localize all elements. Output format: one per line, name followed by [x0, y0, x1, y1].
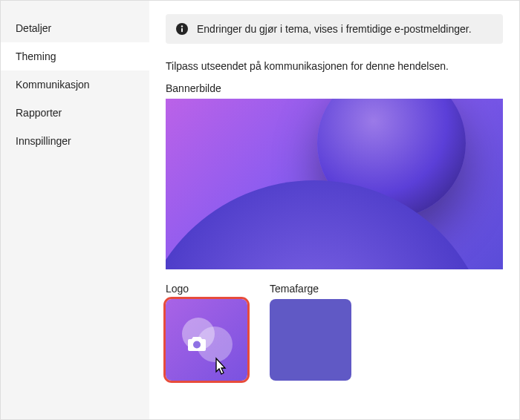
info-text: Endringer du gjør i tema, vises i fremti…: [197, 23, 472, 35]
logo-bubbles-icon: [181, 318, 233, 362]
subtitle: Tilpass utseendet på kommunikasjonen for…: [166, 60, 503, 72]
info-bar: Endringer du gjør i tema, vises i fremti…: [166, 14, 503, 44]
logo-label: Logo: [166, 283, 247, 295]
themecolor-group: Temafarge: [270, 283, 351, 381]
svg-rect-2: [181, 28, 183, 33]
logo-tile[interactable]: [166, 299, 247, 381]
sidebar-item-reports[interactable]: Rapporter: [1, 99, 149, 127]
cursor-icon: [212, 357, 228, 376]
themecolor-label: Temafarge: [270, 283, 351, 295]
sidebar-item-label: Detaljer: [16, 22, 51, 34]
camera-icon: [186, 335, 207, 352]
sidebar-item-label: Rapporter: [16, 107, 62, 119]
sidebar-item-label: Innspillinger: [16, 135, 71, 147]
sidebar-item-details[interactable]: Detaljer: [1, 14, 149, 42]
main-content: Endringer du gjør i tema, vises i fremti…: [149, 1, 519, 419]
info-icon: [176, 23, 188, 35]
svg-point-3: [193, 341, 201, 349]
sidebar-item-communication[interactable]: Kommunikasjon: [1, 70, 149, 99]
svg-point-1: [181, 25, 183, 27]
app-container: Detaljer Theming Kommunikasjon Rapporter…: [1, 1, 519, 419]
banner-label: Bannerbilde: [166, 82, 503, 94]
sidebar-item-label: Kommunikasjon: [16, 79, 90, 91]
sidebar-item-theming[interactable]: Theming: [1, 42, 149, 70]
themecolor-tile[interactable]: [270, 299, 351, 381]
banner-image[interactable]: [166, 99, 503, 269]
sidebar-item-recordings[interactable]: Innspillinger: [1, 127, 149, 155]
logo-group: Logo: [166, 283, 247, 381]
tiles-row: Logo: [166, 283, 503, 381]
sidebar-item-label: Theming: [16, 50, 56, 62]
sidebar: Detaljer Theming Kommunikasjon Rapporter…: [1, 1, 149, 419]
